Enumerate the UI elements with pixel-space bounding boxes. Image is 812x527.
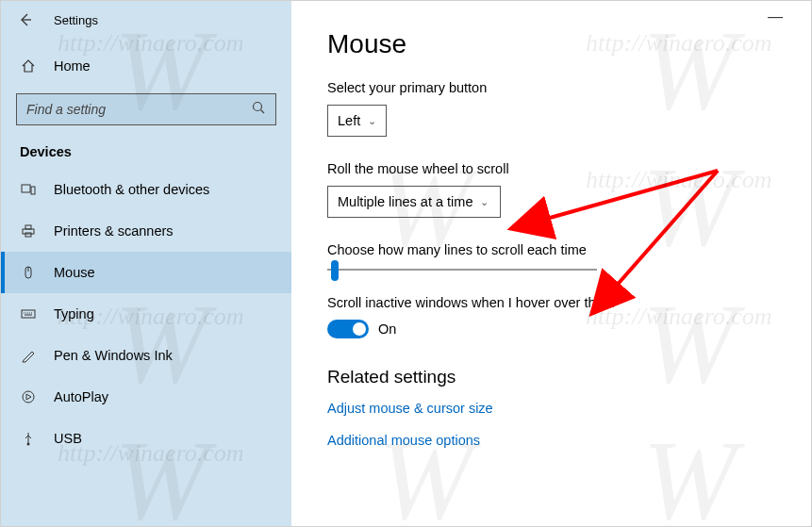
svg-point-0: [254, 103, 262, 111]
scroll-lines-slider[interactable]: [327, 269, 597, 271]
primary-button-label: Select your primary button: [327, 80, 811, 95]
sidebar-item-label: Mouse: [54, 265, 95, 280]
pen-icon: [20, 348, 37, 363]
svg-rect-4: [25, 225, 31, 229]
sidebar-item-label: Printers & scanners: [54, 223, 174, 239]
sidebar-home[interactable]: Home: [1, 46, 291, 86]
search-box[interactable]: [16, 93, 276, 125]
sidebar-item-label: Pen & Windows Ink: [54, 348, 173, 363]
sidebar-item-printers[interactable]: Printers & scanners: [1, 210, 291, 252]
sidebar-item-typing[interactable]: Typing: [1, 293, 291, 335]
printer-icon: [20, 223, 37, 239]
scroll-mode-dropdown[interactable]: Multiple lines at a time ⌄: [327, 186, 501, 218]
sidebar-category-label: Devices: [1, 137, 291, 169]
scroll-inactive-toggle[interactable]: [327, 320, 369, 338]
keyboard-icon: [20, 306, 37, 321]
related-settings-heading: Related settings: [327, 367, 811, 387]
slider-thumb[interactable]: [331, 260, 339, 281]
svg-point-9: [27, 443, 30, 446]
mouse-icon: [20, 265, 37, 280]
home-icon: [20, 58, 37, 74]
svg-point-8: [23, 391, 34, 403]
home-label: Home: [54, 58, 91, 74]
devices-icon: [20, 182, 37, 197]
search-icon: [251, 100, 266, 119]
scroll-lines-label: Choose how many lines to scroll each tim…: [327, 242, 811, 257]
svg-rect-2: [31, 187, 35, 194]
primary-button-dropdown[interactable]: Left ⌄: [327, 105, 387, 137]
sidebar-item-pen[interactable]: Pen & Windows Ink: [1, 335, 291, 376]
autoplay-icon: [20, 389, 37, 404]
sidebar-item-label: Bluetooth & other devices: [54, 182, 209, 197]
primary-button-value: Left: [338, 113, 360, 128]
usb-icon: [20, 431, 37, 446]
chevron-down-icon: ⌄: [368, 115, 376, 127]
sidebar-item-mouse[interactable]: Mouse: [1, 252, 291, 293]
chevron-down-icon: ⌄: [480, 196, 489, 208]
sidebar-item-label: AutoPlay: [54, 389, 108, 404]
page-title: Mouse: [327, 29, 811, 59]
scroll-mode-value: Multiple lines at a time: [338, 194, 472, 209]
sidebar-item-autoplay[interactable]: AutoPlay: [1, 376, 291, 418]
scroll-mode-label: Roll the mouse wheel to scroll: [327, 161, 811, 176]
minimize-button[interactable]: —: [768, 8, 783, 25]
svg-rect-7: [22, 310, 35, 318]
sidebar-item-usb[interactable]: USB: [1, 418, 291, 459]
toggle-state-label: On: [378, 321, 396, 337]
svg-rect-1: [22, 185, 30, 192]
scroll-inactive-label: Scroll inactive windows when I hover ove…: [327, 295, 811, 310]
link-adjust-cursor-size[interactable]: Adjust mouse & cursor size: [327, 401, 811, 416]
back-button[interactable]: [14, 8, 37, 31]
sidebar-item-bluetooth[interactable]: Bluetooth & other devices: [1, 169, 291, 210]
link-additional-mouse-options[interactable]: Additional mouse options: [327, 433, 811, 448]
search-input[interactable]: [26, 102, 251, 117]
sidebar-item-label: USB: [54, 431, 82, 446]
window-title: Settings: [54, 13, 98, 27]
sidebar-item-label: Typing: [54, 306, 94, 321]
